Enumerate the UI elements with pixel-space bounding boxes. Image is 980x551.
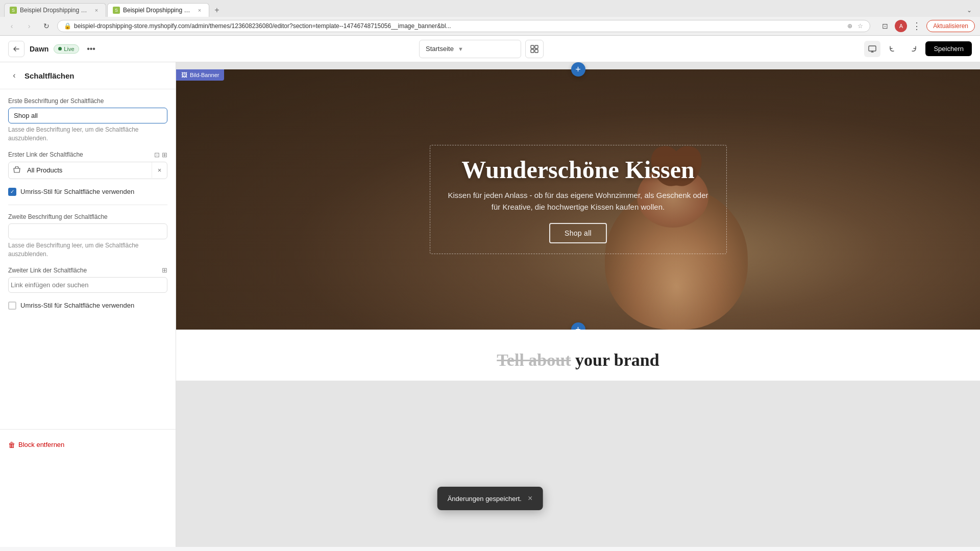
url-action-icons: ⊕ ☆: [846, 22, 864, 30]
page-selector[interactable]: Startseite ▼: [419, 40, 521, 58]
tab-2[interactable]: S Beispiel Dropshipping Store · ×: [107, 3, 209, 17]
checkbox2[interactable]: [8, 302, 16, 310]
desktop-view-button[interactable]: [864, 41, 880, 57]
panel-content: Erste Beschriftung der Schaltfläche Lass…: [0, 89, 176, 327]
banner-subtitle: Kissen für jeden Anlass - ob für das eig…: [446, 190, 711, 213]
delete-block-button[interactable]: 🗑 Block entfernen: [8, 438, 167, 452]
tab-1[interactable]: S Beispiel Dropshipping Store · ×: [4, 3, 106, 17]
link-field-actions: ×: [152, 162, 167, 178]
banner-shop-button[interactable]: Shop all: [549, 223, 607, 243]
tab-1-favicon: S: [10, 7, 17, 14]
banner-title: Wunderschöne Kissen: [461, 156, 695, 184]
forward-button[interactable]: ›: [22, 19, 36, 33]
editor-back-button[interactable]: [8, 41, 24, 57]
back-arrow-icon: [12, 45, 20, 53]
panel-footer: 🗑 Block entfernen: [0, 429, 176, 460]
bookmark-icon[interactable]: ⊕: [846, 22, 853, 30]
second-button-label-text: Zweite Beschriftung der Schaltfläche: [8, 213, 167, 220]
clear-link-button[interactable]: ×: [152, 162, 167, 178]
canvas-wrapper: +: [176, 62, 980, 381]
grid-view-button[interactable]: [525, 40, 544, 58]
redo-button[interactable]: [905, 41, 921, 57]
tab-1-close[interactable]: ×: [93, 7, 100, 14]
live-dot: [58, 47, 62, 51]
link-options-icon[interactable]: ⊞: [162, 151, 167, 159]
checkbox2-label: Umriss-Stil für Schaltfläche verwenden: [20, 301, 134, 310]
toast-notification: Änderungen gespeichert. ×: [437, 487, 543, 510]
profile-icon[interactable]: A: [895, 20, 907, 32]
toolbar-right: Speichern: [864, 41, 972, 57]
undo-icon: [889, 45, 897, 53]
left-panel: ‹ Schaltflächen Erste Beschriftung der S…: [0, 62, 176, 547]
panel-header: ‹ Schaltflächen: [0, 62, 176, 89]
panel-back-button[interactable]: ‹: [8, 69, 20, 82]
new-tab-button[interactable]: +: [210, 4, 224, 17]
banner-text-container[interactable]: Wunderschöne Kissen Kissen für jeden Anl…: [430, 145, 727, 254]
tab-2-favicon: S: [113, 7, 120, 14]
canvas-inner: +: [176, 62, 980, 547]
svg-rect-0: [531, 45, 534, 48]
delete-label: Block entfernen: [18, 441, 64, 448]
first-button-help: Lasse die Beschriftung leer, um die Scha…: [8, 126, 167, 143]
first-button-label-text: Erste Beschriftung der Schaltfläche: [8, 97, 167, 105]
more-options-button[interactable]: •••: [84, 42, 99, 56]
browser-actions: ⊡ A ⋮ Aktualisieren: [878, 19, 975, 33]
menu-icon[interactable]: ⋮: [910, 19, 923, 33]
toast-close-button[interactable]: ×: [528, 494, 532, 503]
checkbox1-group: ✓ Umriss-Stil für Schaltfläche verwenden: [8, 187, 167, 196]
second-button-label-group: Zweite Beschriftung der Schaltfläche Las…: [8, 213, 167, 259]
shop-icon: [9, 162, 25, 179]
url-bar[interactable]: 🔒 beispiel-dropshipping-store.myshopify.…: [57, 20, 870, 32]
page-select-value: Startseite: [426, 45, 454, 53]
checkbox1[interactable]: ✓: [8, 188, 16, 196]
editor-body: ‹ Schaltflächen Erste Beschriftung der S…: [0, 62, 980, 547]
lock-icon: 🔒: [64, 22, 71, 30]
image-banner-section: 🖼 Bild-Banner Wunderschöne Kissen Kissen…: [176, 69, 980, 330]
undo-button[interactable]: [885, 41, 901, 57]
theme-name: Dawn: [30, 45, 48, 53]
tab-bar-right: ⌄: [963, 4, 976, 17]
shopify-editor: Dawn Live ••• Startseite ▼: [0, 36, 980, 547]
first-button-label-input[interactable]: [8, 108, 167, 123]
first-link-field[interactable]: All Products ×: [8, 162, 167, 179]
second-link-options-icon[interactable]: ⊞: [162, 266, 167, 274]
external-link-icon[interactable]: ⊡: [154, 151, 160, 159]
svg-rect-4: [869, 46, 876, 51]
url-text: beispiel-dropshipping-store.myshopify.co…: [74, 22, 843, 30]
second-link-field[interactable]: [8, 277, 167, 293]
second-button-label-input[interactable]: [8, 223, 167, 239]
first-button-label-group: Erste Beschriftung der Schaltfläche Lass…: [8, 97, 167, 143]
editor-toolbar: Dawn Live ••• Startseite ▼: [0, 36, 980, 62]
extensions-icon[interactable]: ⊡: [878, 19, 892, 33]
save-button[interactable]: Speichern: [925, 41, 972, 56]
browser-chrome: S Beispiel Dropshipping Store · × S Beis…: [0, 0, 980, 36]
tab-1-label: Beispiel Dropshipping Store ·: [20, 7, 88, 14]
svg-rect-1: [535, 45, 538, 48]
reload-button[interactable]: ↻: [40, 19, 53, 33]
second-link-label-text: Zweiter Link der Schaltfläche: [8, 267, 87, 274]
image-banner: 🖼 Bild-Banner Wunderschöne Kissen Kissen…: [176, 69, 980, 330]
divider: [8, 205, 167, 205]
first-link-label-text: Erster Link der Schaltfläche: [8, 151, 83, 158]
add-section-top-button[interactable]: +: [571, 62, 585, 77]
second-link-group: Zweiter Link der Schaltfläche ⊞: [8, 266, 167, 293]
main-canvas[interactable]: +: [176, 62, 980, 547]
live-badge: Live: [54, 44, 79, 54]
first-link-group: Erster Link der Schaltfläche ⊡ ⊞: [8, 151, 167, 179]
second-link-label-row: Zweiter Link der Schaltfläche ⊞: [8, 266, 167, 274]
back-button[interactable]: ‹: [5, 19, 18, 33]
banner-content: Wunderschöne Kissen Kissen für jeden Anl…: [176, 69, 980, 330]
star-icon[interactable]: ☆: [856, 22, 864, 30]
brand-title-partial: Tell about your brand: [497, 350, 659, 370]
update-button[interactable]: Aktualisieren: [926, 20, 975, 32]
redo-icon: [909, 45, 917, 53]
second-link-input[interactable]: [9, 278, 167, 292]
address-bar: ‹ › ↻ 🔒 beispiel-dropshipping-store.mysh…: [0, 17, 980, 35]
toast-message: Änderungen gespeichert.: [448, 495, 522, 503]
checkbox2-group: Umriss-Stil für Schaltfläche verwenden: [8, 301, 167, 310]
panel-title: Schaltflächen: [24, 71, 75, 80]
trash-icon: 🗑: [8, 441, 15, 449]
tab-bar-expand[interactable]: ⌄: [963, 4, 976, 17]
toolbar-center: Startseite ▼: [105, 40, 859, 58]
tab-2-close[interactable]: ×: [197, 7, 203, 14]
